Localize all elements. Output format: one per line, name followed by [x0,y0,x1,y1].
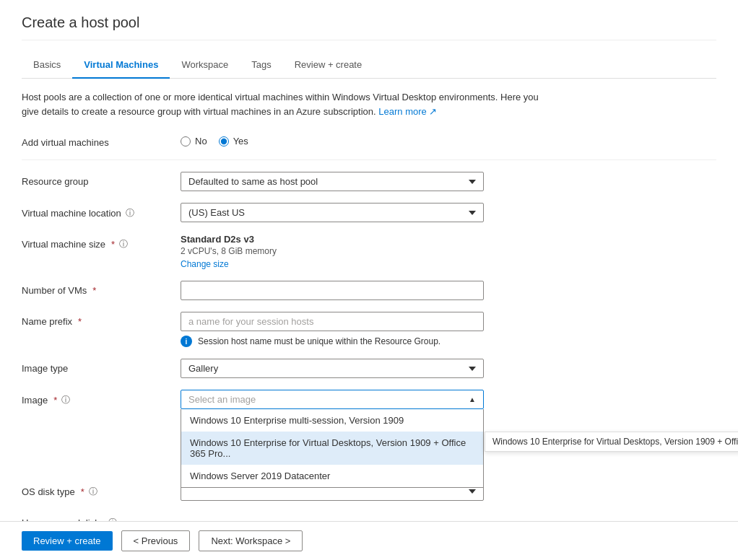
os-disk-type-label: OS disk type * ⓘ [22,481,181,498]
add-vms-yes-radio[interactable] [219,136,229,146]
image-type-label: Image type [22,359,181,374]
vm-location-select-wrapper: (US) East US [181,203,484,222]
chevron-up-icon: ▲ [469,395,476,403]
vm-size-info: Standard D2s v3 2 vCPU's, 8 GiB memory C… [181,234,484,269]
image-required: * [53,395,57,406]
image-type-select[interactable]: Gallery Storage blob Managed image [181,359,484,378]
tab-bar: Basics Virtual Machines Workspace Tags R… [22,52,716,79]
vm-size-row: Virtual machine size * ⓘ Standard D2s v3… [22,234,716,269]
image-type-select-wrapper: Gallery Storage blob Managed image [181,359,484,378]
image-option-win10-multi[interactable]: Windows 10 Enterprise multi-session, Ver… [181,409,483,432]
number-of-vms-required: * [92,285,96,296]
add-virtual-machines-group: No Yes [181,133,248,146]
add-vms-no-radio[interactable] [181,136,191,146]
vm-size-name: Standard D2s v3 [181,234,484,245]
image-tooltip: Windows 10 Enterprise for Virtual Deskto… [485,432,738,452]
add-virtual-machines-label: Add virtual machines [22,133,181,148]
resource-group-row: Resource group Defaulted to same as host… [22,172,716,191]
add-vms-yes-label: Yes [233,136,248,146]
tab-workspace[interactable]: Workspace [170,52,240,79]
tab-tags[interactable]: Tags [240,52,282,79]
add-vms-no-label: No [195,136,207,146]
review-create-button[interactable]: Review + create [22,531,113,551]
resource-group-label: Resource group [22,172,181,187]
next-workspace-button[interactable]: Next: Workspace > [199,530,303,551]
vm-size-label: Virtual machine size * ⓘ [22,234,181,250]
info-circle-icon: i [181,336,192,347]
learn-more-link[interactable]: Learn more ↗ [378,106,437,117]
vm-location-label: Virtual machine location ⓘ [22,203,181,219]
os-disk-type-info-icon[interactable]: ⓘ [89,486,97,498]
image-label: Image * ⓘ [22,390,181,406]
previous-button[interactable]: < Previous [121,530,191,551]
page-title: Create a host pool [22,14,716,40]
vm-size-info-icon[interactable]: ⓘ [119,238,128,250]
vm-size-required: * [111,239,115,250]
number-of-vms-control [181,281,484,300]
tab-basics[interactable]: Basics [22,52,72,79]
vm-size-detail: 2 vCPU's, 8 GiB memory [181,246,484,256]
name-prefix-row: Name prefix * i Session host name must b… [22,312,716,347]
divider-1 [22,159,716,160]
tab-virtual-machines[interactable]: Virtual Machines [72,52,170,79]
image-option-win-server[interactable]: Windows Server 2019 Datacenter [181,465,483,487]
image-type-row: Image type Gallery Storage blob Managed … [22,359,716,378]
number-of-vms-label: Number of VMs * [22,281,181,296]
resource-group-select-wrapper: Defaulted to same as host pool [181,172,484,191]
name-prefix-required: * [78,316,82,327]
add-vms-yes-option[interactable]: Yes [219,136,248,146]
image-dropdown-menu: Windows 10 Enterprise multi-session, Ver… [181,409,484,488]
add-vms-no-option[interactable]: No [181,136,207,146]
footer-bar: Review + create < Previous Next: Workspa… [0,521,738,560]
add-virtual-machines-row: Add virtual machines No Yes [22,133,716,148]
name-prefix-input[interactable] [181,312,484,331]
name-prefix-control: i Session host name must be unique withi… [181,312,484,347]
number-of-vms-row: Number of VMs * [22,281,716,300]
image-info-icon[interactable]: ⓘ [61,394,70,406]
vm-location-info-icon[interactable]: ⓘ [126,207,134,219]
image-dropdown-trigger[interactable]: Select an image ▲ [181,390,484,409]
image-dropdown-container: Select an image ▲ Windows 10 Enterprise … [181,390,484,409]
page-description: Host pools are a collection of one or mo… [22,90,542,118]
os-disk-type-required: * [81,486,84,497]
image-placeholder: Select an image [188,394,256,405]
vm-location-select[interactable]: (US) East US [181,203,484,222]
change-size-link[interactable]: Change size [181,259,484,269]
number-of-vms-input[interactable] [181,281,484,300]
vm-location-row: Virtual machine location ⓘ (US) East US [22,203,716,222]
session-host-message: i Session host name must be unique withi… [181,336,484,347]
resource-group-select[interactable]: Defaulted to same as host pool [181,172,484,191]
tab-review-create[interactable]: Review + create [283,52,374,79]
image-row: Image * ⓘ Select an image ▲ Windows 10 E… [22,390,716,409]
image-option-win10-vd-office[interactable]: Windows 10 Enterprise for Virtual Deskto… [181,432,483,465]
name-prefix-label: Name prefix * [22,312,181,327]
